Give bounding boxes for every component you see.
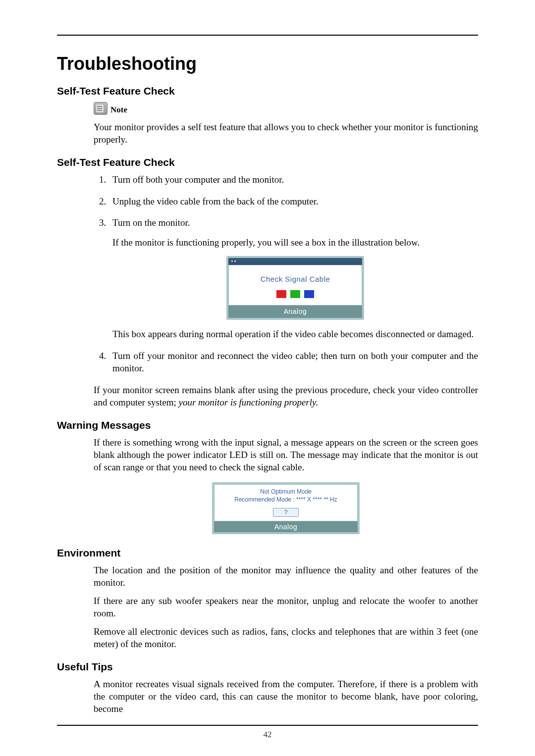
note-row: Note <box>94 102 478 115</box>
figure-not-optimum-mode: Not Optimum Mode Recommended Mode : ****… <box>212 482 360 534</box>
tips-p1: A monitor recreates visual signals recei… <box>94 678 478 715</box>
self-test-closing: If your monitor screen remains blank aft… <box>94 384 478 408</box>
figure-2-wrap: Not Optimum Mode Recommended Mode : ****… <box>94 479 478 536</box>
warning-body: If there is something wrong with the inp… <box>94 436 478 473</box>
figure-2-line2: Recommended Mode : **** X **** ** Hz <box>214 496 357 504</box>
heading-warning: Warning Messages <box>57 419 478 431</box>
heading-useful-tips: Useful Tips <box>57 661 478 673</box>
figure-check-signal-cable: Check Signal Cable Analog <box>226 256 364 320</box>
figure-2-body: Not Optimum Mode Recommended Mode : ****… <box>214 484 358 521</box>
page: Troubleshooting Self-Test Feature Check … <box>0 0 535 756</box>
closing-text-b: your monitor is functioning properly. <box>179 397 319 407</box>
swatch-red-icon <box>276 290 286 298</box>
top-rule <box>57 35 478 36</box>
heading-self-test-1: Self-Test Feature Check <box>57 85 478 97</box>
self-test-closing-wrap: If your monitor screen remains blank aft… <box>94 384 478 408</box>
swatch-blue-icon <box>304 290 314 298</box>
tips-body-wrap: A monitor recreates visual signals recei… <box>94 678 478 715</box>
figure-1-body: Check Signal Cable <box>228 265 362 305</box>
figure-2-line1: Not Optimum Mode <box>214 488 357 496</box>
figure-1-footer: Analog <box>228 305 362 318</box>
heading-self-test-2: Self-Test Feature Check <box>57 156 478 168</box>
page-number: 42 <box>57 730 478 740</box>
swatch-green-icon <box>290 290 300 298</box>
note-label: Note <box>110 102 127 115</box>
environment-p3: Remove all electronic devices such as ra… <box>94 625 478 650</box>
figure-1-wrap: Check Signal Cable Analog <box>112 256 478 328</box>
page-title: Troubleshooting <box>57 53 478 74</box>
heading-environment: Environment <box>57 547 478 559</box>
bottom-rule <box>57 725 478 726</box>
environment-p2: If there are any sub woofer speakers nea… <box>94 595 478 619</box>
step-3-text: Turn on the monitor. <box>112 216 478 229</box>
step-1: Turn off both your computer and the moni… <box>108 173 478 186</box>
environment-body-wrap: The location and the position of the mon… <box>94 564 478 650</box>
step-3b-text: If the monitor is functioning properly, … <box>112 236 478 249</box>
note-body: Your monitor provides a self test featur… <box>94 121 478 146</box>
figure-2-footer: Analog <box>214 521 358 532</box>
step-3c-text: This box appears during normal operation… <box>112 328 478 341</box>
environment-p1: The location and the position of the mon… <box>94 564 478 589</box>
warning-body-wrap: If there is something wrong with the inp… <box>94 436 478 536</box>
step-3: Turn on the monitor. If the monitor is f… <box>108 216 478 340</box>
color-swatches <box>229 290 362 298</box>
dot-icon <box>231 260 233 262</box>
figure-1-title: Check Signal Cable <box>229 274 362 284</box>
note-body-wrap: Your monitor provides a self test featur… <box>94 121 478 146</box>
steps-list: Turn off both your computer and the moni… <box>57 173 478 375</box>
note-icon <box>94 102 107 115</box>
figure-1-header <box>228 258 362 265</box>
step-2: Unplug the video cable from the back of … <box>108 195 478 208</box>
dot-icon <box>234 260 236 262</box>
figure-2-button: ? <box>273 508 299 517</box>
step-4: Turn off your monitor and reconnect the … <box>108 350 478 375</box>
